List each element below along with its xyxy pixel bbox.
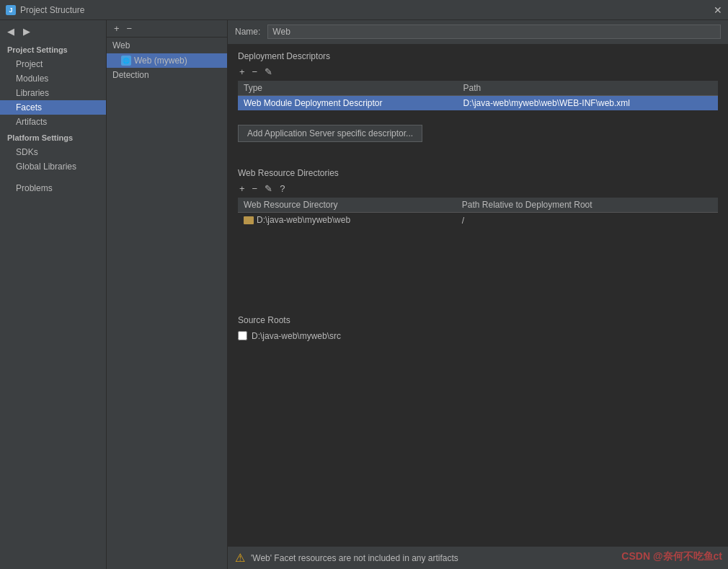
source-root-path: D:\java-web\myweb\src [252,331,341,341]
remove-facet-button[interactable]: − [125,23,134,34]
sidebar-item-project[interactable]: Project [0,57,106,71]
title-bar-left: J Project Structure [6,5,84,15]
facet-web-myweb[interactable]: 🌐 Web (myweb) [107,53,227,68]
warning-icon: ⚠ [235,551,245,565]
sidebar-item-modules[interactable]: Modules [0,71,106,86]
wrd-remove-button[interactable]: − [251,182,259,195]
middle-toolbar: + − [107,20,227,38]
wrd-add-button[interactable]: + [238,182,247,195]
platform-settings-title: Platform Settings [0,129,106,145]
web-resource-dirs-title: Web Resource Directories [238,168,718,178]
right-panel: Name: Deployment Descriptors + − ✎ Type … [228,20,728,569]
table-row[interactable]: Web Module Deployment Descriptor D:\java… [238,96,718,111]
content-area: Deployment Descriptors + − ✎ Type Path W… [228,44,728,546]
window-title: Project Structure [20,5,84,15]
name-bar: Name: [228,20,728,44]
csdn-watermark: CSDN @奈何不吃鱼ct [621,550,722,563]
source-root-checkbox[interactable] [238,331,247,340]
web-resource-dirs-table: Web Resource Directory Path Relative to … [238,198,718,229]
name-label: Name: [235,27,260,37]
web-facet-icon: 🌐 [121,56,131,66]
dd-edit-button[interactable]: ✎ [263,66,274,78]
sidebar-item-sdks[interactable]: SDKs [0,145,106,159]
warning-message: 'Web' Facet resources are not included i… [251,553,458,563]
wrd-edit-button[interactable]: ✎ [263,182,274,195]
facet-type-web[interactable]: Web [107,38,227,53]
dd-type-cell: Web Module Deployment Descriptor [238,96,458,111]
deployment-descriptors-title: Deployment Descriptors [238,51,718,61]
add-server-descriptor-button[interactable]: Add Application Server specific descript… [238,125,422,142]
sidebar-item-problems[interactable]: Problems [0,181,106,195]
deployment-descriptors-toolbar: + − ✎ [238,66,718,78]
facet-web-myweb-label: Web (myweb) [134,56,187,66]
table-row[interactable]: D:\java-web\myweb\web / [238,213,718,229]
project-settings-title: Project Settings [0,41,106,57]
sidebar-item-artifacts[interactable]: Artifacts [0,115,106,129]
web-resource-dirs-toolbar: + − ✎ ? [238,182,718,195]
sidebar: ◀ ▶ Project Settings Project Modules Lib… [0,20,107,569]
middle-panel: + − Web 🌐 Web (myweb) Detection [107,20,228,569]
add-facet-button[interactable]: + [112,23,121,34]
back-button[interactable]: ◀ [6,26,16,37]
app-icon: J [6,5,16,15]
sidebar-item-libraries[interactable]: Libraries [0,86,106,100]
nav-arrows: ◀ ▶ [0,23,106,41]
source-roots-title: Source Roots [238,315,718,325]
name-input[interactable] [267,25,721,39]
main-layout: ◀ ▶ Project Settings Project Modules Lib… [0,20,728,569]
folder-icon [244,216,254,224]
wrd-col-dir: Web Resource Directory [238,198,456,213]
deployment-descriptors-table: Type Path Web Module Deployment Descript… [238,81,718,110]
title-bar: J Project Structure ✕ [0,0,728,20]
wrd-help-button[interactable]: ? [278,182,286,195]
wrd-dir-cell: D:\java-web\myweb\web [238,213,456,229]
sidebar-item-global-libraries[interactable]: Global Libraries [0,159,106,174]
dd-col-path: Path [458,81,718,96]
source-roots-list: D:\java-web\myweb\src [238,330,718,343]
dd-remove-button[interactable]: − [251,66,259,78]
dd-col-type: Type [238,81,458,96]
dd-add-button[interactable]: + [238,66,247,78]
detection-item[interactable]: Detection [107,68,227,82]
list-item[interactable]: D:\java-web\myweb\src [238,330,718,343]
dd-path-cell: D:\java-web\myweb\web\WEB-INF\web.xml [458,96,718,111]
forward-button[interactable]: ▶ [22,26,32,37]
close-button[interactable]: ✕ [714,4,722,16]
wrd-relpath-cell: / [456,213,718,229]
sidebar-item-facets[interactable]: Facets [0,100,106,115]
wrd-col-path: Path Relative to Deployment Root [456,198,718,213]
